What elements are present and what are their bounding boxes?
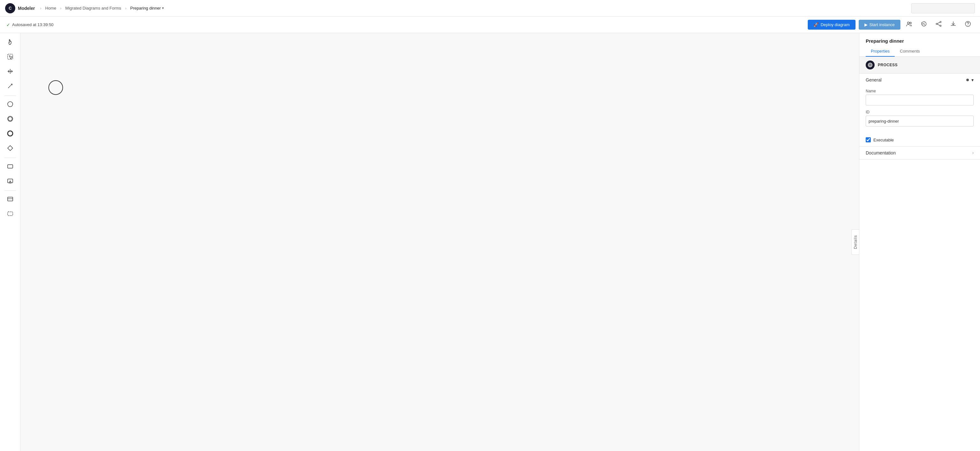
- group-tool-button[interactable]: [3, 207, 17, 222]
- share-button[interactable]: [933, 19, 944, 30]
- details-toggle-label: Details: [853, 235, 858, 249]
- app-name: Modeler: [18, 6, 35, 11]
- general-label: General: [866, 77, 881, 83]
- process-section-icon: [866, 61, 875, 69]
- properties-body: General ▾ Name ID: [859, 73, 980, 451]
- toolbar-row: ✓ Autosaved at 13:39:50 🚀 Deploy diagram…: [0, 17, 980, 33]
- svg-point-8: [8, 102, 13, 107]
- autosave-check-icon: ✓: [6, 22, 10, 27]
- cursor-icon: [7, 53, 14, 62]
- tool-divider-1: [5, 96, 16, 96]
- collaborators-icon: [906, 21, 913, 29]
- deploy-icon: 🚀: [813, 22, 819, 27]
- task-icon: [7, 163, 14, 171]
- tab-properties[interactable]: Properties: [866, 46, 895, 57]
- bpmn-start-event[interactable]: [48, 80, 63, 95]
- task-tool-button[interactable]: [3, 160, 17, 174]
- documentation-label: Documentation: [866, 150, 896, 155]
- executable-row: Executable: [859, 136, 980, 146]
- name-input[interactable]: [866, 95, 974, 105]
- select-tool-button[interactable]: [3, 50, 17, 64]
- start-event-icon: [7, 100, 14, 109]
- download-button[interactable]: [948, 19, 959, 30]
- main-area: Details Preparing dinner Properties Comm…: [0, 33, 980, 451]
- end-event-tool-button[interactable]: [3, 127, 17, 141]
- start-instance-button[interactable]: ▶ Start instance: [859, 20, 901, 30]
- general-section-header[interactable]: General ▾: [859, 73, 980, 86]
- id-input[interactable]: [866, 116, 974, 126]
- play-icon: ▶: [864, 22, 868, 27]
- share-icon: [935, 21, 942, 29]
- section-title: PROCESS: [878, 63, 897, 67]
- breadcrumb-home[interactable]: Home: [45, 6, 56, 11]
- gateway-icon: [7, 145, 14, 153]
- general-chevron-icon: ▾: [971, 77, 974, 83]
- history-button[interactable]: [918, 19, 930, 30]
- topbar-search: [911, 3, 975, 13]
- topbar-right: [911, 3, 975, 13]
- autosave: ✓ Autosaved at 13:39:50: [6, 22, 54, 27]
- svg-point-2: [940, 21, 941, 22]
- name-form-group: Name: [866, 89, 974, 105]
- section-header: PROCESS: [859, 57, 980, 73]
- resize-tool-button[interactable]: [3, 65, 17, 79]
- svg-point-1: [910, 22, 912, 24]
- tool-divider-2: [5, 158, 16, 158]
- hand-icon: [7, 38, 14, 47]
- general-content: Name ID: [859, 86, 980, 136]
- details-toggle-button[interactable]: Details: [851, 229, 859, 255]
- help-icon: [965, 21, 971, 29]
- svg-rect-15: [8, 197, 13, 201]
- subprocess-icon: [7, 177, 14, 186]
- intermediate-event-icon: [7, 115, 14, 124]
- executable-checkbox[interactable]: [866, 137, 871, 142]
- general-section: General ▾ Name ID: [859, 73, 980, 147]
- right-panel-title: Preparing dinner: [859, 33, 980, 46]
- autosave-text: Autosaved at 13:39:50: [12, 22, 54, 27]
- topbar: C Modeler › Home › Migrated Diagrams and…: [0, 0, 980, 17]
- end-event-icon: [7, 130, 14, 139]
- collaborators-button[interactable]: [904, 19, 915, 30]
- breadcrumb-parent[interactable]: Migrated Diagrams and Forms: [65, 6, 121, 11]
- svg-point-3: [936, 23, 937, 24]
- documentation-row[interactable]: Documentation ›: [859, 147, 980, 159]
- tool-divider-3: [5, 190, 16, 191]
- gateway-tool-button[interactable]: [3, 142, 17, 156]
- download-icon: [950, 21, 956, 29]
- deploy-diagram-button[interactable]: 🚀 Deploy diagram: [808, 20, 855, 30]
- pool-icon: [7, 196, 14, 204]
- canvas-area[interactable]: Details: [21, 33, 859, 451]
- tool-panel: [0, 33, 21, 451]
- breadcrumb-current: Preparing dinner ▾: [130, 6, 164, 11]
- hand-tool-button[interactable]: [3, 36, 17, 50]
- toolbar-buttons: 🚀 Deploy diagram ▶ Start instance: [808, 19, 974, 30]
- subprocess-tool-button[interactable]: [3, 175, 17, 188]
- breadcrumb-sep-2: ›: [60, 6, 62, 11]
- app-logo: C: [5, 3, 15, 13]
- id-label: ID: [866, 110, 974, 114]
- pool-tool-button[interactable]: [3, 193, 17, 207]
- help-button[interactable]: [962, 19, 974, 30]
- group-icon: [7, 210, 14, 219]
- right-panel: Preparing dinner Properties Comments PRO…: [859, 33, 980, 451]
- connection-icon: [7, 83, 14, 91]
- tab-comments[interactable]: Comments: [895, 46, 925, 57]
- breadcrumb-sep-3: ›: [125, 6, 126, 11]
- history-icon: [921, 21, 927, 29]
- resize-icon: [7, 68, 14, 76]
- svg-rect-16: [8, 212, 13, 216]
- intermediate-event-tool-button[interactable]: [3, 112, 17, 126]
- executable-label: Executable: [873, 138, 894, 142]
- breadcrumb-sep-1: ›: [40, 6, 41, 11]
- name-label: Name: [866, 89, 974, 93]
- start-event-tool-button[interactable]: [3, 98, 17, 112]
- svg-point-0: [907, 22, 909, 24]
- documentation-chevron-icon: ›: [972, 151, 974, 155]
- connection-tool-button[interactable]: [3, 80, 17, 94]
- breadcrumb-dropdown-icon[interactable]: ▾: [162, 6, 164, 10]
- svg-point-4: [940, 25, 941, 26]
- svg-point-11: [8, 131, 13, 136]
- svg-point-10: [8, 117, 12, 121]
- id-form-group: ID: [866, 110, 974, 126]
- general-dot-indicator: [966, 79, 969, 81]
